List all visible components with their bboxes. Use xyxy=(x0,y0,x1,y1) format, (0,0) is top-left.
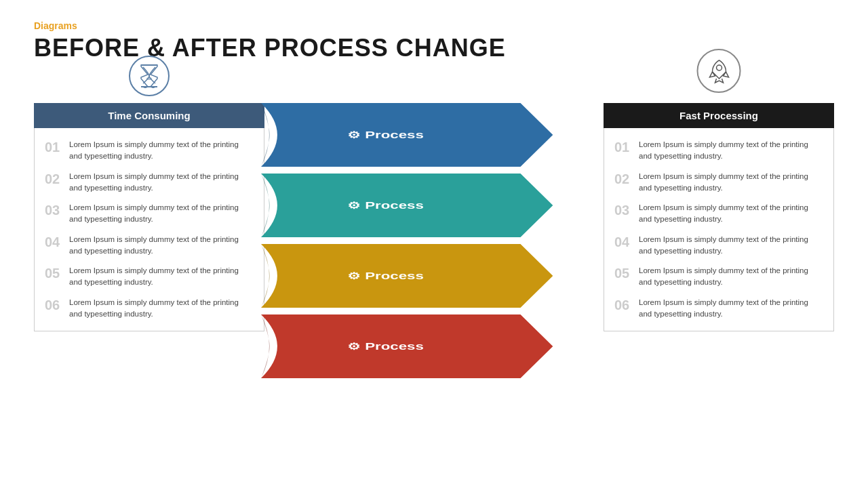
list-number: 03 xyxy=(45,202,64,218)
svg-rect-10 xyxy=(542,167,607,174)
list-text: Lorem Ipsum is simply dummy text of the … xyxy=(69,297,254,321)
list-text: Lorem Ipsum is simply dummy text of the … xyxy=(69,171,254,195)
right-list-item: 03 Lorem Ipsum is simply dummy text of t… xyxy=(611,198,827,230)
list-text: Lorem Ipsum is simply dummy text of the … xyxy=(69,234,254,258)
left-list-item: 03 Lorem Ipsum is simply dummy text of t… xyxy=(41,198,257,230)
rocket-icon xyxy=(697,49,741,93)
left-list-item: 02 Lorem Ipsum is simply dummy text of t… xyxy=(41,167,257,199)
content-area: Time Consuming 01 Lorem Ipsum is simply … xyxy=(34,76,834,388)
svg-rect-12 xyxy=(542,308,607,314)
right-list-item: 06 Lorem Ipsum is simply dummy text of t… xyxy=(611,293,827,325)
list-number: 04 xyxy=(45,234,64,250)
list-number: 06 xyxy=(614,297,633,313)
list-number: 01 xyxy=(45,139,64,155)
list-number: 05 xyxy=(614,265,633,281)
list-number: 06 xyxy=(45,297,64,313)
list-number: 02 xyxy=(614,171,633,187)
svg-rect-3 xyxy=(261,167,558,174)
svg-text:⚙ Process: ⚙ Process xyxy=(347,341,424,352)
right-list-item: 02 Lorem Ipsum is simply dummy text of t… xyxy=(611,167,827,199)
right-list-item: 05 Lorem Ipsum is simply dummy text of t… xyxy=(611,261,827,293)
list-text: Lorem Ipsum is simply dummy text of the … xyxy=(639,265,823,289)
right-list-item: 04 Lorem Ipsum is simply dummy text of t… xyxy=(611,230,827,262)
list-text: Lorem Ipsum is simply dummy text of the … xyxy=(69,139,254,163)
list-number: 03 xyxy=(614,202,633,218)
list-text: Lorem Ipsum is simply dummy text of the … xyxy=(639,171,823,195)
hourglass-icon xyxy=(129,56,170,96)
right-list-item: 01 Lorem Ipsum is simply dummy text of t… xyxy=(611,135,827,167)
left-panel-body: 01 Lorem Ipsum is simply dummy text of t… xyxy=(34,128,264,331)
left-panel-header: Time Consuming xyxy=(34,103,264,128)
left-list-item: 05 Lorem Ipsum is simply dummy text of t… xyxy=(41,261,257,293)
list-number: 05 xyxy=(45,265,64,281)
list-number: 02 xyxy=(45,171,64,187)
list-text: Lorem Ipsum is simply dummy text of the … xyxy=(69,265,254,289)
svg-text:⚙ Process: ⚙ Process xyxy=(347,270,424,281)
list-text: Lorem Ipsum is simply dummy text of the … xyxy=(639,297,823,321)
middle-arrows: ⚙ Process ⚙ Process ⚙ Process ⚙ Process xyxy=(261,103,607,388)
left-panel: Time Consuming 01 Lorem Ipsum is simply … xyxy=(34,103,264,331)
svg-point-13 xyxy=(716,65,722,70)
list-text: Lorem Ipsum is simply dummy text of the … xyxy=(639,139,823,163)
svg-rect-4 xyxy=(261,237,558,244)
right-panel-header: Fast Processing xyxy=(604,103,834,128)
list-number: 01 xyxy=(614,139,633,155)
svg-rect-5 xyxy=(261,308,558,314)
arrows-svg: ⚙ Process ⚙ Process ⚙ Process ⚙ Process xyxy=(261,103,607,388)
right-panel: Fast Processing 01 Lorem Ipsum is simply… xyxy=(604,103,834,331)
right-panel-body: 01 Lorem Ipsum is simply dummy text of t… xyxy=(604,128,834,331)
svg-text:⚙ Process: ⚙ Process xyxy=(347,200,424,211)
svg-point-2 xyxy=(146,77,152,80)
list-text: Lorem Ipsum is simply dummy text of the … xyxy=(639,234,823,258)
left-list-item: 06 Lorem Ipsum is simply dummy text of t… xyxy=(41,293,257,325)
svg-text:⚙ Process: ⚙ Process xyxy=(347,129,424,140)
category-label: Diagrams xyxy=(34,20,834,31)
svg-rect-11 xyxy=(542,237,607,244)
page-container: Diagrams BEFORE & AFTER PROCESS CHANGE T… xyxy=(0,0,868,488)
left-list-item: 04 Lorem Ipsum is simply dummy text of t… xyxy=(41,230,257,262)
list-text: Lorem Ipsum is simply dummy text of the … xyxy=(639,202,823,226)
left-list-item: 01 Lorem Ipsum is simply dummy text of t… xyxy=(41,135,257,167)
list-number: 04 xyxy=(614,234,633,250)
list-text: Lorem Ipsum is simply dummy text of the … xyxy=(69,202,254,226)
